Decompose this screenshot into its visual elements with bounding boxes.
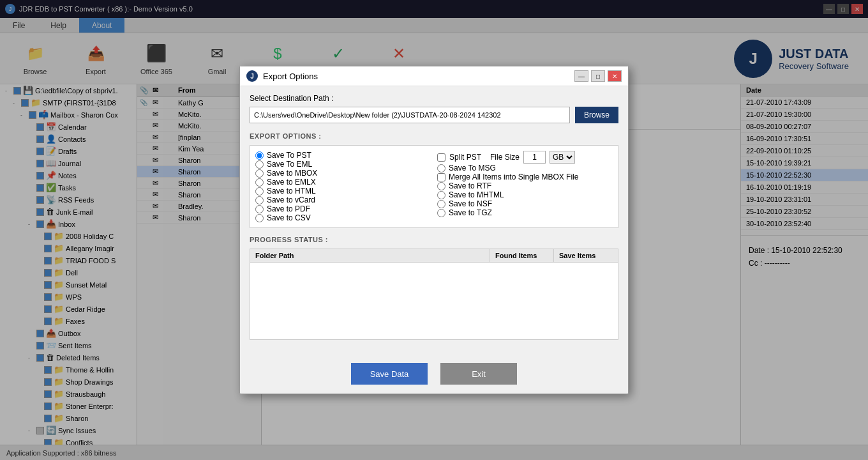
radio-pdf-label: Save to PDF	[267, 204, 310, 213]
radio-mbox-label: Save to MBOX	[267, 169, 317, 178]
exit-modal-button[interactable]: Exit	[440, 363, 517, 385]
modal-maximize-button[interactable]: □	[591, 70, 605, 82]
radio-vcard-label: Save to vCard	[267, 195, 315, 204]
radio-save-to-msg[interactable]: Save To MSG	[437, 164, 613, 172]
save-data-button[interactable]: Save Data	[351, 363, 428, 385]
export-col-right: Split PST File Size GB MB Save To MSG	[437, 151, 613, 222]
radio-html-input[interactable]	[255, 187, 264, 195]
radio-mhtml-input[interactable]	[437, 191, 445, 199]
radio-vcard-input[interactable]	[255, 196, 264, 204]
split-pst-label: Split PST	[449, 153, 481, 162]
modal-browse-button[interactable]: Browse	[575, 107, 618, 123]
dest-path-label: Select Destination Path :	[250, 94, 618, 103]
radio-mhtml-label: Save to MHTML	[449, 190, 504, 199]
radio-csv-label: Save to CSV	[267, 213, 311, 222]
radio-eml-input[interactable]	[255, 160, 264, 169]
radio-save-to-rtf[interactable]: Save to RTF	[437, 181, 613, 190]
radio-save-to-vcard[interactable]: Save to vCard	[255, 195, 431, 204]
export-options-label: EXPORT OPTIONS :	[250, 132, 618, 140]
progress-header: Folder Path Found Items Save Items	[250, 249, 618, 263]
radio-save-to-csv[interactable]: Save to CSV	[255, 213, 431, 222]
radio-html-label: Save to HTML	[267, 187, 316, 195]
radio-eml-label: Save To EML	[267, 160, 312, 169]
radio-emlx-input[interactable]	[255, 178, 264, 187]
radio-nsf-input[interactable]	[437, 200, 445, 208]
modal-overlay: J Export Options — □ ✕ Select Destinatio…	[0, 0, 868, 460]
dest-path-input[interactable]	[250, 107, 570, 123]
dest-path-section: Select Destination Path : Browse	[250, 94, 618, 123]
export-options-grid: Save To PST Save To EML Save to MBOX Sav…	[250, 145, 618, 228]
export-col-left: Save To PST Save To EML Save to MBOX Sav…	[255, 151, 431, 222]
radio-pdf-input[interactable]	[255, 205, 264, 213]
radio-pst-input[interactable]	[255, 151, 264, 160]
radio-save-to-mhtml[interactable]: Save to MHTML	[437, 190, 613, 199]
radio-save-to-pdf[interactable]: Save to PDF	[255, 204, 431, 213]
radio-msg-label: Save To MSG	[449, 164, 496, 172]
dest-path-row: Browse	[250, 107, 618, 123]
modal-titlebar: J Export Options — □ ✕	[240, 66, 628, 86]
modal-body: Select Destination Path : Browse EXPORT …	[240, 86, 628, 356]
radio-mbox-input[interactable]	[255, 169, 264, 178]
radio-rtf-label: Save to RTF	[449, 181, 491, 190]
checkbox-merge-mbox[interactable]: Merge All Items into Single MBOX File	[437, 172, 613, 181]
radio-msg-input[interactable]	[437, 164, 445, 172]
file-size-label: File Size	[490, 153, 520, 162]
progress-section: Folder Path Found Items Save Items	[250, 249, 618, 340]
modal-title-icon: J	[246, 70, 258, 82]
progress-body	[250, 263, 618, 339]
merge-mbox-checkbox[interactable]	[437, 173, 445, 181]
col-found-items: Found Items	[490, 249, 554, 262]
radio-save-to-nsf[interactable]: Save to NSF	[437, 199, 613, 208]
col-folder-path: Folder Path	[250, 249, 490, 262]
split-pst-checkbox[interactable]	[437, 153, 445, 162]
modal-footer: Save Data Exit	[240, 356, 628, 394]
progress-label: PROGRESS STATUS :	[250, 236, 618, 243]
radio-save-to-emlx[interactable]: Save to EMLX	[255, 178, 431, 187]
radio-tgz-input[interactable]	[437, 209, 445, 217]
radio-save-to-eml[interactable]: Save To EML	[255, 160, 431, 169]
radio-nsf-label: Save to NSF	[449, 199, 492, 208]
radio-rtf-input[interactable]	[437, 182, 445, 190]
radio-pst-label: Save To PST	[267, 151, 311, 160]
radio-save-to-html[interactable]: Save to HTML	[255, 187, 431, 195]
split-pst-row: Split PST File Size GB MB	[437, 151, 613, 164]
modal-minimize-button[interactable]: —	[574, 70, 588, 82]
radio-csv-input[interactable]	[255, 214, 264, 222]
modal-title-area: J Export Options	[246, 70, 318, 82]
radio-save-to-mbox[interactable]: Save to MBOX	[255, 169, 431, 178]
radio-tgz-label: Save to TGZ	[449, 208, 492, 217]
radio-save-to-pst[interactable]: Save To PST	[255, 151, 431, 160]
export-options-modal: J Export Options — □ ✕ Select Destinatio…	[239, 66, 629, 394]
modal-close-button[interactable]: ✕	[608, 70, 622, 82]
modal-title: Export Options	[263, 72, 318, 81]
radio-save-to-tgz[interactable]: Save to TGZ	[437, 208, 613, 217]
split-size-input[interactable]	[523, 151, 546, 164]
split-unit-select[interactable]: GB MB	[550, 151, 575, 164]
radio-emlx-label: Save to EMLX	[267, 178, 316, 187]
col-save-items: Save Items	[554, 249, 618, 262]
merge-mbox-label: Merge All Items into Single MBOX File	[449, 172, 578, 181]
modal-controls: — □ ✕	[574, 70, 622, 82]
